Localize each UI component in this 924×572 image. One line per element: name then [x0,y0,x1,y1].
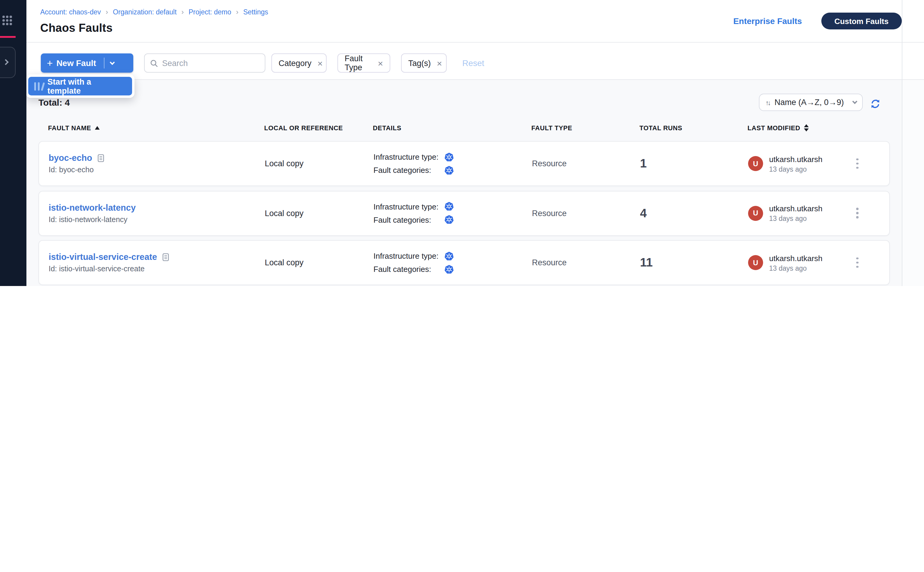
row-actions-cell [850,156,889,171]
kubernetes-icon [444,165,454,175]
fault-name-cell: istio-network-latency Id: istio-network-… [49,202,265,224]
column-details: Details [373,124,531,131]
last-modified-cell: U utkarsh.utkarsh 13 days ago [748,155,850,173]
kubernetes-icon [444,251,454,261]
filter-chip-category[interactable]: Category× [271,53,327,73]
fault-name-link[interactable]: istio-network-latency [49,202,136,212]
kubernetes-icon [444,215,454,224]
breadcrumb-settings[interactable]: Settings [243,8,268,16]
close-icon[interactable]: × [378,59,383,67]
template-library-icon [34,82,43,90]
new-fault-button[interactable]: + New Fault [41,53,133,73]
local-or-reference-cell: Local copy [265,159,373,168]
details-cell: Infrastructure type: Fault categories: [373,150,532,177]
left-nav-sidebar: i i [0,0,26,286]
breadcrumb-organization[interactable]: Organization: default [113,8,177,16]
filter-label: Tag(s) [408,59,431,67]
fault-type-cell: Resource [532,208,640,218]
modified-by: utkarsh.utkarsh [769,155,823,163]
last-modified-cell: U utkarsh.utkarsh 13 days ago [748,204,850,222]
copy-id-icon[interactable] [97,153,104,162]
breadcrumb-separator: › [106,8,108,16]
local-or-reference-cell: Local copy [265,258,373,267]
kubernetes-icon [444,202,454,211]
refresh-button[interactable] [870,98,881,109]
fault-id: Id: byoc-echo [49,166,265,174]
kebab-menu-icon[interactable] [854,156,861,171]
search-input[interactable] [162,59,252,67]
breadcrumb-account[interactable]: Account: chaos-dev [40,8,101,16]
column-last-modified[interactable]: Last Modified [747,124,849,131]
avatar: U [748,205,763,221]
nav-collapse-panel[interactable] [0,47,16,78]
filter-chip-tags[interactable]: Tag(s)× [401,53,447,73]
total-count: Total: 4 [39,97,70,107]
fault-name-cell: byoc-echo Id: byoc-echo [49,153,265,174]
kubernetes-icon [444,152,454,162]
search-icon [150,59,158,67]
copy-id-icon[interactable] [162,252,169,261]
filter-chip-fault-type[interactable]: Fault Type× [338,53,390,73]
new-fault-label: New Fault [56,58,96,68]
chevron-down-icon [852,99,857,104]
sort-both-icon [804,124,809,131]
sort-value: Name (A→Z, 0→9) [775,98,848,107]
fault-categories-label: Fault categories: [373,166,444,175]
refresh-icon [870,98,881,109]
enterprise-faults-link[interactable]: Enterprise Faults [733,16,802,26]
chaos-faults-page: i i Account: chaos-dev › Organization: d… [0,0,924,286]
last-modified-cell: U utkarsh.utkarsh 13 days ago [748,253,850,272]
kebab-menu-icon[interactable] [854,205,861,221]
kebab-menu-icon[interactable] [854,255,861,270]
column-fault-type: Fault Type [531,124,639,131]
column-local-or-reference: Local or Reference [264,124,373,131]
breadcrumb-separator: › [181,8,184,16]
content-right-divider [902,0,902,286]
infrastructure-type-label: Infrastructure type: [373,252,444,261]
column-total-runs: Total Runs [639,124,747,131]
new-fault-menu: Start with a template [26,75,134,98]
close-icon[interactable]: × [317,59,323,67]
custom-faults-button[interactable]: Custom Faults [821,12,902,30]
brand-accent-bar [0,36,16,38]
reset-filters-link[interactable]: Reset [462,58,484,68]
table-header-row: Fault Name Local or Reference Details Fa… [39,123,890,133]
filter-label: Fault Type [345,54,372,72]
breadcrumb: Account: chaos-dev › Organization: defau… [40,8,268,16]
close-icon[interactable]: × [437,59,442,67]
sort-arrows-icon: ↑↓ [765,99,770,106]
infrastructure-type-label: Infrastructure type: [373,152,444,162]
row-actions-cell [850,255,889,270]
start-with-template-item[interactable]: Start with a template [28,77,132,95]
sort-asc-icon [95,126,100,130]
chevron-right-icon [3,59,9,65]
total-runs-cell: 11 [640,256,748,269]
fault-name-link[interactable]: istio-virtual-service-create [49,252,157,262]
fault-name-cell: istio-virtual-service-create Id: istio-v… [49,252,265,273]
row-actions-cell [850,205,889,221]
right-gutter [902,80,924,286]
fault-categories-label: Fault categories: [373,265,444,274]
chevron-down-icon[interactable] [110,60,115,65]
modified-time: 13 days ago [769,215,823,222]
sort-dropdown[interactable]: ↑↓ Name (A→Z, 0→9) [759,94,863,111]
column-fault-name[interactable]: Fault Name [48,124,264,131]
infrastructure-type-label: Infrastructure type: [373,202,444,211]
search-field [144,53,265,73]
fault-name-link[interactable]: byoc-echo [49,153,92,163]
apps-grid-icon[interactable] [2,16,12,25]
main-content: Account: chaos-dev › Organization: defau… [26,0,924,286]
header-actions: Enterprise Faults Custom Faults [733,12,902,30]
breadcrumb-project[interactable]: Project: demo [188,8,231,16]
fault-type-cell: Resource [532,159,640,168]
modified-by: utkarsh.utkarsh [769,253,823,263]
breadcrumb-separator: › [236,8,238,16]
total-runs-cell: 1 [640,157,748,171]
local-or-reference-cell: Local copy [265,208,373,218]
table-row: byoc-echo Id: byoc-echo Local copy Infra… [39,141,890,186]
fault-id: Id: istio-network-latency [49,215,265,224]
filter-label: Category [278,59,312,67]
button-divider [104,58,104,68]
table-row: istio-network-latency Id: istio-network-… [39,191,890,236]
details-cell: Infrastructure type: Fault categories: [373,200,532,226]
